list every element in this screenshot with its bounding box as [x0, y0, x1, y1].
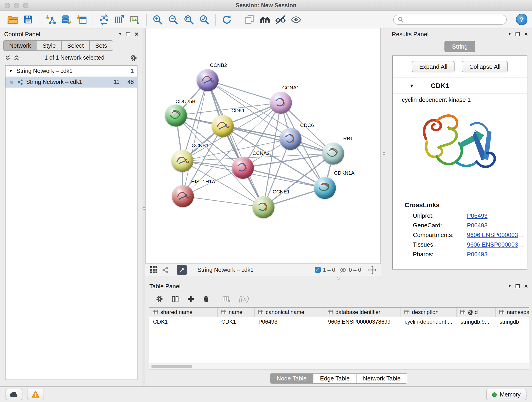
column-header-namespac[interactable]: namespac [496, 307, 529, 317]
home-panel-button[interactable] [258, 13, 272, 26]
tab-node-table[interactable]: Node Table [270, 373, 313, 384]
column-header-database-identifier[interactable]: database identifier [324, 307, 401, 317]
table-horizontal-scrollbar[interactable] [149, 364, 529, 369]
network-node-ccna1[interactable] [270, 92, 292, 114]
collapse-panel-icon[interactable]: ▾ [509, 32, 511, 36]
minimize-window-button[interactable] [14, 2, 19, 8]
expand-all-button[interactable]: Expand All [412, 61, 455, 72]
column-header-description[interactable]: description [401, 307, 457, 317]
tab-style[interactable]: Style [36, 40, 62, 51]
selected-checkbox-icon[interactable]: ✓ [315, 267, 321, 273]
network-node-ccnb2[interactable] [196, 69, 219, 91]
zoom-out-button[interactable] [166, 13, 180, 26]
zoom-selected-button[interactable] [197, 13, 211, 26]
table-row[interactable]: CDK1CDK1P064939606.ENSP00000378699cyclin… [149, 317, 529, 326]
import-table-button[interactable] [75, 13, 89, 26]
crosslink-value-link[interactable]: 9606.ENSP00000378699 [467, 241, 527, 248]
open-external-button[interactable]: ↗ [177, 265, 187, 275]
table-cell[interactable]: 9606.ENSP00000378699 [324, 317, 401, 326]
table-cell[interactable]: CDK1 [218, 317, 255, 326]
splitter-handle[interactable] [383, 152, 385, 155]
network-options-gear-icon[interactable] [130, 54, 138, 62]
clone-network-button[interactable] [97, 13, 111, 26]
zoom-fit-button[interactable] [182, 13, 196, 26]
delete-column-trash-icon[interactable] [203, 295, 210, 303]
network-node-rb1[interactable] [322, 143, 344, 165]
collapse-all-networks-icon[interactable] [14, 55, 19, 61]
splitter-handle[interactable] [337, 277, 340, 280]
close-panel-icon[interactable]: × [135, 31, 138, 37]
network-node-ccna2[interactable] [232, 157, 254, 179]
crosslink-value-link[interactable]: P06493 [467, 251, 488, 258]
gene-section-header[interactable]: ▼ CDK1 [393, 77, 527, 94]
network-node-cdk1[interactable] [212, 115, 234, 137]
global-search[interactable] [393, 14, 507, 25]
crosslink-value-link[interactable]: P06493 [467, 212, 488, 219]
tab-string[interactable]: String [444, 41, 475, 52]
grid-view-icon[interactable] [150, 266, 158, 274]
float-panel-icon[interactable] [126, 32, 130, 36]
copy-document-button[interactable] [242, 13, 256, 26]
pan-crosshair-icon[interactable] [368, 266, 376, 274]
table-cell[interactable]: stringdb:9... [457, 317, 496, 326]
network-row-selected[interactable]: String Network – cdk1 11 48 [6, 77, 137, 88]
table-cell[interactable]: cyclin-dependent ... [401, 317, 457, 326]
table-cell[interactable]: P06493 [255, 317, 324, 326]
left-splitter[interactable] [143, 28, 145, 386]
network-node-hist1h1a[interactable] [172, 185, 194, 207]
collection-expander-icon[interactable]: ▼ [9, 69, 14, 73]
tab-network-table[interactable]: Network Table [356, 373, 407, 384]
column-header-canonical-name[interactable]: canonical name [255, 307, 324, 317]
float-panel-icon[interactable] [515, 32, 520, 36]
collapse-panel-icon[interactable]: ▾ [119, 32, 121, 36]
gene-expander-icon[interactable]: ▼ [409, 83, 414, 88]
warnings-button[interactable] [27, 389, 44, 400]
expand-all-networks-icon[interactable] [5, 55, 11, 61]
zoom-in-button[interactable] [151, 13, 165, 26]
network-node-cdkn1a[interactable] [314, 177, 336, 199]
show-all-button[interactable] [289, 13, 303, 26]
network-node-ccne1[interactable] [253, 196, 274, 218]
crosslink-value-link[interactable]: 9606.ENSP00000378699 [467, 231, 527, 238]
crosslink-value-link[interactable]: P06493 [467, 222, 488, 229]
close-panel-icon[interactable]: × [524, 31, 528, 37]
column-header-shared-name[interactable]: shared name [149, 307, 218, 317]
table-splitter[interactable] [145, 276, 532, 281]
close-window-button[interactable] [5, 2, 10, 8]
network-node-cdc25b[interactable] [165, 104, 187, 127]
cloud-status-button[interactable] [6, 389, 22, 400]
memory-button[interactable]: Memory [486, 389, 526, 400]
open-session-button[interactable] [6, 13, 19, 26]
save-session-button[interactable] [21, 13, 35, 26]
tab-sets[interactable]: Sets [89, 40, 113, 51]
network-node-cdc6[interactable] [279, 128, 302, 150]
tab-select[interactable]: Select [61, 40, 89, 51]
export-table-button[interactable] [113, 13, 127, 26]
network-node-ccnb1[interactable] [171, 150, 193, 172]
table-cell[interactable]: CDK1 [149, 317, 218, 326]
column-header--id[interactable]: @id [457, 307, 496, 317]
import-network-file-button[interactable] [44, 13, 57, 26]
close-panel-icon[interactable]: × [524, 283, 528, 289]
import-network-database-button[interactable] [59, 13, 73, 26]
tab-network[interactable]: Network [3, 40, 37, 51]
search-input[interactable] [406, 16, 502, 23]
splitter-handle[interactable] [143, 207, 145, 210]
add-column-plus-icon[interactable] [187, 295, 195, 303]
hide-selected-button[interactable] [273, 13, 287, 26]
tab-edge-table[interactable]: Edge Table [313, 373, 357, 384]
zoom-window-button[interactable] [23, 2, 28, 8]
help-button[interactable]: ? [516, 14, 527, 25]
export-image-button[interactable] [128, 13, 142, 26]
collapse-panel-icon[interactable]: ▾ [509, 284, 511, 288]
column-header-name[interactable]: name [218, 307, 255, 317]
refresh-network-button[interactable] [220, 13, 234, 26]
results-splitter[interactable] [381, 28, 388, 276]
network-collection-row[interactable]: ▼ String Network – cdk1 1 [6, 65, 137, 77]
collapse-all-button[interactable]: Collapse All [462, 61, 508, 72]
table-cell[interactable]: stringdb [496, 317, 529, 326]
scr ollbar-thumb[interactable] [151, 365, 192, 368]
float-panel-icon[interactable] [515, 284, 520, 288]
network-canvas[interactable]: CCNB2CCNA1CDC25BCDK1CDC6RB1CCNB1CCNA2CDK… [145, 28, 381, 263]
table-options-gear-icon[interactable] [155, 295, 164, 303]
